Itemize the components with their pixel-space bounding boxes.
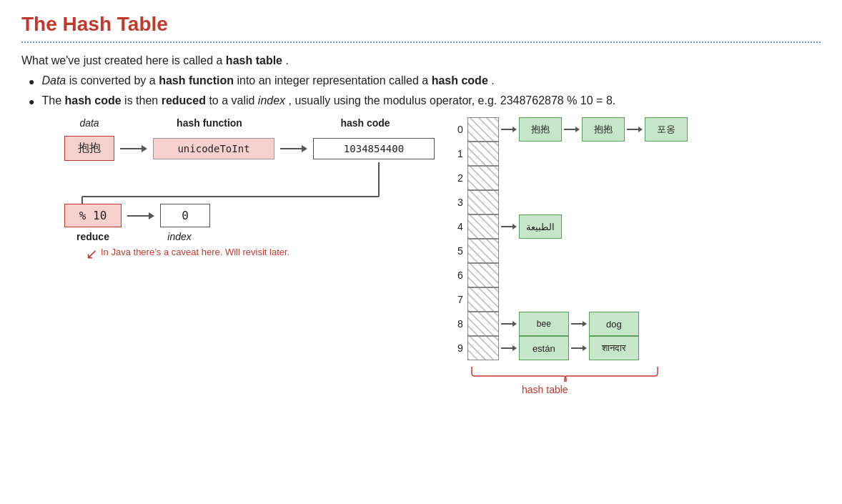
ht-node-0-3: 포옹 <box>645 117 688 142</box>
ht-cell-1 <box>467 142 499 166</box>
ht-index-8: 8 <box>457 312 466 336</box>
ht-arrow-0-2 <box>627 127 643 132</box>
ht-cell-7 <box>467 287 499 312</box>
ht-row-3 <box>467 190 688 214</box>
ht-index-7: 7 <box>457 287 466 312</box>
ht-index-9: 9 <box>457 336 466 360</box>
ht-cell-2 <box>467 166 499 190</box>
ht-cell-9 <box>467 336 499 360</box>
ht-cell-5 <box>467 239 499 263</box>
arrow-func-code <box>280 145 307 152</box>
ht-node-9-2: शानदार <box>589 336 639 360</box>
ht-indices: 0 1 2 3 4 5 6 7 8 9 <box>457 117 466 360</box>
label-hash-function: hash function <box>149 117 270 129</box>
hash-table-text: hash table <box>522 384 821 395</box>
ht-index-5: 5 <box>457 239 466 263</box>
ht-node-0-1: 抱抱 <box>519 117 562 142</box>
intro-text: What we've just created here is called a <box>21 54 226 66</box>
ht-row-4: الطبيعة <box>467 214 688 239</box>
ht-cell-4 <box>467 214 499 239</box>
bullet2-reduced: reduced <box>162 94 206 107</box>
caveat-area: ↙ In Java there’s a caveat here. Will re… <box>86 247 436 261</box>
ht-arrow-0-1 <box>564 127 580 132</box>
divider <box>21 41 821 43</box>
ht-index-4: 4 <box>457 214 466 239</box>
box-func: unicodeToInt <box>153 138 274 159</box>
ht-index-2: 2 <box>457 166 466 190</box>
label-index: index <box>154 231 204 242</box>
label-data: data <box>64 117 114 129</box>
ht-arrow-8-1 <box>571 321 587 327</box>
ht-node-8-2: dog <box>589 312 639 336</box>
ht-row-7 <box>467 287 688 312</box>
intro-bold: hash table <box>226 54 282 66</box>
bullet2-index: index <box>258 94 285 107</box>
hash-table-label-area: hash table <box>457 363 821 395</box>
bullet-list: Data is converted by a hash function int… <box>21 74 821 107</box>
ht-node-0-2: 抱抱 <box>582 117 625 142</box>
ht-container: 0 1 2 3 4 5 6 7 8 9 抱抱 抱抱 <box>457 117 821 360</box>
reduce-labels: reduce index <box>64 229 436 242</box>
ht-arrow-9-1 <box>571 345 587 351</box>
reduce-row: % 10 0 <box>64 204 436 227</box>
bullet-2: The hash code is then reduced to a valid… <box>21 94 821 107</box>
bullet-1: Data is converted by a hash function int… <box>21 74 821 87</box>
box-data: 抱抱 <box>64 136 114 161</box>
box-index: 0 <box>160 204 210 227</box>
ht-node-4-1: الطبيعة <box>519 214 562 239</box>
ht-cell-0 <box>467 117 499 142</box>
ht-arrow-9 <box>501 345 517 351</box>
intro-paragraph: What we've just created here is called a… <box>21 54 821 67</box>
flow-row: 抱抱 unicodeToInt 1034854400 <box>64 136 436 161</box>
ht-stacked-8: bee <box>519 312 569 336</box>
ht-index-6: 6 <box>457 263 466 287</box>
ht-node-8-1: bee <box>519 312 569 336</box>
ht-arrow-0 <box>501 127 517 132</box>
left-diagram: data hash function hash code 抱抱 unicodeT… <box>21 117 436 395</box>
ht-row-1 <box>467 142 688 166</box>
box-code: 1034854400 <box>313 138 435 159</box>
page-title: The Hash Table <box>21 13 821 36</box>
box-reduce: % 10 <box>64 204 122 227</box>
label-hash-code: hash code <box>304 117 426 129</box>
arrow-data-func <box>120 145 147 152</box>
bullet2-hash-code: hash code <box>64 94 121 107</box>
arrow-reduce-index <box>127 212 154 219</box>
ht-index-1: 1 <box>457 142 466 166</box>
ht-cell-8 <box>467 312 499 336</box>
caveat-text: In Java there’s a caveat here. Will revi… <box>101 247 289 257</box>
ht-row-5 <box>467 239 688 263</box>
ht-row-0: 抱抱 抱抱 포옹 <box>467 117 688 142</box>
ht-arrow-4 <box>501 224 517 229</box>
brace-svg <box>457 363 672 385</box>
ht-row-8: bee dog <box>467 312 688 336</box>
label-reduce: reduce <box>64 231 122 242</box>
ht-arrow-8 <box>501 321 517 327</box>
right-diagram: 0 1 2 3 4 5 6 7 8 9 抱抱 抱抱 <box>436 117 821 395</box>
ht-cell-6 <box>467 263 499 287</box>
labels-row: data hash function hash code <box>64 117 436 129</box>
bullet1-data: Data <box>41 74 66 87</box>
ht-index-0: 0 <box>457 117 466 142</box>
ht-cell-3 <box>467 190 499 214</box>
diagram-area: data hash function hash code 抱抱 unicodeT… <box>21 117 821 395</box>
ht-cells: 抱抱 抱抱 포옹 <box>467 117 688 360</box>
caveat-arrow-icon: ↙ <box>86 247 98 261</box>
ht-node-9-1: están <box>519 336 569 360</box>
bullet1-hash-code: hash code <box>432 74 488 87</box>
bullet1-hash-function: hash function <box>159 74 234 87</box>
ht-row-6 <box>467 263 688 287</box>
ht-row-9: están शानदार <box>467 336 688 360</box>
ht-index-3: 3 <box>457 190 466 214</box>
ht-row-2 <box>467 166 688 190</box>
